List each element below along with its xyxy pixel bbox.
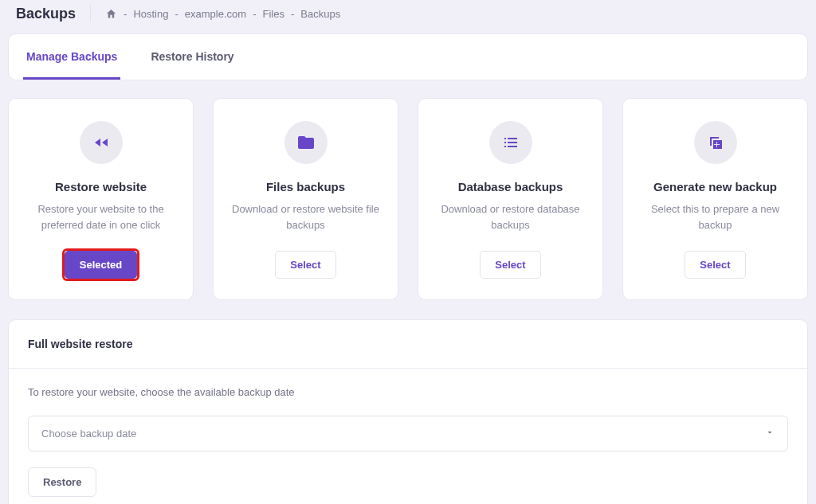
backup-date-placeholder: Choose backup date [41,428,136,440]
restore-panel: Full website restore To restore your web… [8,319,808,504]
card-title: Database backups [458,180,563,193]
cards-row: Restore website Restore your website to … [8,98,808,300]
selected-button[interactable]: Selected [65,251,137,279]
tab-restore-history[interactable]: Restore History [147,34,237,80]
card-desc: Download or restore database backups [433,201,588,233]
header-divider [90,5,91,22]
card-desc: Restore your website to the preferred da… [23,201,178,233]
tab-manage-backups[interactable]: Manage Backups [23,34,120,80]
restore-instruction: To restore your website, choose the avai… [28,386,788,398]
card-title: Generate new backup [653,180,777,193]
home-icon[interactable] [105,8,117,20]
card-database-backups: Database backups Download or restore dat… [418,98,603,300]
card-files-backups: Files backups Download or restore websit… [213,98,398,300]
restore-button[interactable]: Restore [28,467,96,497]
selected-highlight: Selected [65,251,137,279]
list-icon [489,121,532,164]
page-title: Backups [16,6,76,22]
breadcrumb-sep: - [253,8,256,20]
rewind-icon [80,121,123,164]
breadcrumb-item[interactable]: Hosting [133,8,168,20]
restore-panel-title: Full website restore [9,320,807,369]
card-title: Files backups [266,180,345,193]
select-button[interactable]: Select [275,251,335,279]
breadcrumb-item[interactable]: Backups [300,8,340,20]
card-desc: Select this to prepare a new backup [638,201,793,233]
card-title: Restore website [55,180,147,193]
breadcrumb-item[interactable]: Files [262,8,284,20]
tabs-container: Manage Backups Restore History [8,33,808,80]
breadcrumb-sep: - [291,8,294,20]
select-button[interactable]: Select [480,251,540,279]
backup-date-select[interactable]: Choose backup date [28,416,788,451]
breadcrumb-sep: - [175,8,178,20]
card-generate-backup: Generate new backup Select this to prepa… [622,98,808,300]
card-restore-website: Restore website Restore your website to … [8,98,194,300]
breadcrumb-sep: - [124,8,127,20]
folder-icon [284,121,328,164]
card-desc: Download or restore website file backups [228,201,383,233]
breadcrumb-item[interactable]: example.com [185,8,246,20]
chevron-down-icon [765,428,775,440]
page-header: Backups - Hosting - example.com - Files … [8,0,808,33]
breadcrumb: - Hosting - example.com - Files - Backup… [105,8,340,20]
select-button[interactable]: Select [685,251,745,279]
add-icon [694,121,737,164]
